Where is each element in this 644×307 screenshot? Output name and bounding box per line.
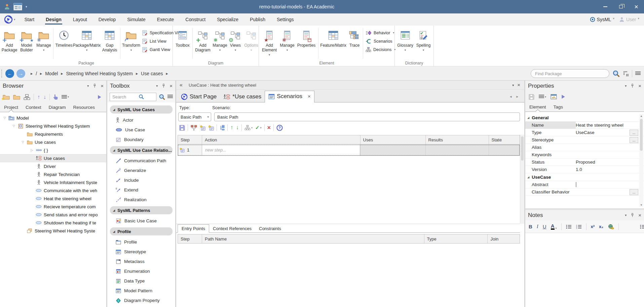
breadcrumb-arrow-icon[interactable]: ▶ bbox=[31, 72, 33, 75]
property-row-type[interactable]: TypeUseCase... bbox=[525, 129, 644, 136]
column-type[interactable]: Type bbox=[424, 234, 488, 243]
properties-tab-tags[interactable]: Tags bbox=[554, 102, 563, 112]
scenario-name-input[interactable] bbox=[214, 113, 520, 121]
tree-item-boundary[interactable]: Steering Wheel Heating Syste bbox=[0, 227, 106, 235]
model-views-icon[interactable] bbox=[623, 71, 629, 77]
back-button[interactable]: ← bbox=[5, 69, 14, 78]
toolbox-item-basic-use-case[interactable]: Basic Use Case bbox=[107, 216, 175, 226]
column-step[interactable]: Step bbox=[178, 135, 202, 144]
split-step-icon[interactable] bbox=[191, 125, 197, 131]
superscript-button[interactable]: x² bbox=[591, 224, 595, 229]
property-group-general[interactable]: ◢General bbox=[525, 114, 644, 122]
scrollbar[interactable] bbox=[520, 135, 524, 224]
toolbox-menu-icon[interactable] bbox=[167, 95, 173, 99]
hyperlink-globe-button[interactable] bbox=[608, 224, 614, 229]
tree-item-receive-temperature[interactable]: Recieve temperature com bbox=[0, 203, 106, 211]
save-icon[interactable] bbox=[179, 125, 185, 131]
decisions-button[interactable]: Decisions▾ bbox=[364, 45, 397, 54]
bold-button[interactable] bbox=[529, 224, 532, 229]
step-action-cell[interactable]: new step... bbox=[202, 144, 360, 156]
ribbon-tab-start[interactable]: Start bbox=[25, 13, 35, 26]
add-package-button[interactable]: Add Package bbox=[1, 27, 18, 53]
step-state-cell[interactable] bbox=[489, 144, 520, 156]
browser-tab-project[interactable]: Project bbox=[4, 103, 18, 112]
tree-item-repair-technician[interactable]: Repair Technician bbox=[0, 170, 106, 178]
italic-button[interactable] bbox=[537, 224, 538, 229]
timelines-button[interactable]: Timelines bbox=[54, 27, 73, 48]
pin-icon[interactable] bbox=[93, 84, 97, 88]
close-panel-icon[interactable] bbox=[169, 83, 173, 88]
diagram-manage-button[interactable]: Manage ▾ bbox=[212, 27, 228, 52]
ribbon-tab-execute[interactable]: Execute bbox=[157, 13, 174, 26]
property-row-stereotype[interactable]: Stereotype... bbox=[525, 136, 644, 144]
advanced-search-icon[interactable] bbox=[159, 94, 165, 100]
validate-icon[interactable]: ✓▾ bbox=[255, 125, 262, 131]
ribbon-tab-design[interactable]: Design bbox=[46, 13, 62, 26]
document-list-chevron-icon[interactable]: ▾ bbox=[509, 83, 517, 87]
new-package-icon[interactable] bbox=[3, 94, 10, 100]
pin-icon[interactable] bbox=[162, 84, 165, 88]
tab-context-references[interactable]: Context References bbox=[209, 225, 255, 232]
tree-item-use-cases-package[interactable]: ▽Use cases bbox=[0, 138, 106, 146]
column-path-name[interactable]: Path Name bbox=[202, 234, 424, 243]
locate-hand-icon[interactable] bbox=[53, 94, 58, 100]
ellipsis-button[interactable]: ... bbox=[630, 130, 638, 136]
ribbon-tab-specialize[interactable]: Specialize bbox=[217, 13, 238, 26]
toolbox-item-extend[interactable]: Extend bbox=[107, 185, 175, 195]
ribbon-tab-simulate[interactable]: Simulate bbox=[127, 13, 145, 26]
panel-menu-chevron-icon[interactable]: ▾ bbox=[156, 84, 158, 88]
column-join[interactable]: Join bbox=[487, 234, 520, 243]
browser-tab-resources[interactable]: Resources bbox=[73, 103, 95, 112]
column-results[interactable]: Results bbox=[425, 135, 489, 144]
property-row-status[interactable]: StatusProposed bbox=[525, 159, 644, 166]
step-number-cell[interactable]: 1 bbox=[178, 144, 202, 156]
tree-item-requirements[interactable]: Requirements bbox=[0, 130, 106, 138]
new-diagram-icon[interactable] bbox=[24, 94, 30, 100]
toolbox-item-communication-path[interactable]: Communication Path bbox=[107, 156, 175, 166]
breadcrumb-root[interactable]: / bbox=[36, 71, 37, 76]
toolbox-button[interactable]: Toolbox bbox=[174, 27, 191, 48]
breadcrumb-use-cases[interactable]: Use cases bbox=[141, 71, 163, 76]
expander-icon[interactable]: ▽ bbox=[11, 124, 16, 128]
property-row-abstract[interactable]: Abstract bbox=[525, 181, 644, 188]
font-color-button[interactable]: ▾ bbox=[551, 223, 557, 230]
step-results-cell[interactable] bbox=[425, 144, 489, 156]
toolbox-item-use-case[interactable]: Use Case bbox=[107, 125, 175, 135]
tree-item-model[interactable]: ▽Model bbox=[0, 114, 106, 122]
close-button[interactable] bbox=[629, 0, 644, 13]
toolbox-item-data-type[interactable]: Data Type bbox=[107, 276, 175, 286]
alignment-button[interactable] bbox=[640, 224, 644, 229]
subscript-button[interactable]: x₂ bbox=[599, 224, 603, 229]
toolbox-item-realization[interactable]: Realization bbox=[107, 195, 175, 205]
tree-item-send-status[interactable]: Send status and error repo bbox=[0, 211, 106, 219]
tree-item-steering-wheel-heating-system[interactable]: ▽Steering Wheel Heating System bbox=[0, 122, 106, 130]
quick-access-chevron-icon[interactable]: ▾ bbox=[26, 5, 27, 8]
open-properties-dialog-icon[interactable] bbox=[551, 94, 557, 100]
views-button[interactable]: Views ▾ bbox=[228, 27, 243, 52]
panel-menu-chevron-icon[interactable]: ▾ bbox=[87, 84, 89, 88]
toolbox-item-actor[interactable]: Actor bbox=[107, 115, 175, 125]
property-row-version[interactable]: Version1.0 bbox=[525, 166, 644, 173]
breadcrumb-steering-wheel-heating-system[interactable]: Steering Wheel Heating System bbox=[66, 71, 133, 76]
ribbon-tab-develop[interactable]: Develop bbox=[99, 13, 116, 26]
move-step-down-icon[interactable]: ↓ bbox=[236, 124, 239, 131]
breadcrumb-arrow-icon[interactable]: ▶ bbox=[136, 72, 138, 75]
transform-button[interactable]: Transform ▾ bbox=[121, 27, 141, 52]
add-element-button[interactable]: Add Element ▾ bbox=[260, 27, 279, 56]
tab-scroll-left-icon[interactable]: ◂ bbox=[510, 94, 512, 99]
ribbon-tab-settings[interactable]: Settings bbox=[277, 13, 294, 26]
ribbon-tab-layout[interactable]: Layout bbox=[73, 13, 87, 26]
outline-view-icon[interactable] bbox=[220, 125, 225, 131]
property-row-keywords[interactable]: Keywords bbox=[525, 151, 644, 159]
delete-icon[interactable]: × bbox=[267, 124, 271, 131]
tab-scroll-right-icon[interactable]: ▸ bbox=[516, 94, 518, 99]
add-diagram-button[interactable]: Add Diagram bbox=[194, 27, 212, 53]
column-step[interactable]: Step bbox=[178, 234, 202, 243]
move-step-up-icon[interactable]: ↑ bbox=[230, 124, 233, 131]
user-account-icon[interactable] bbox=[4, 4, 10, 10]
notes-editor-area[interactable] bbox=[525, 233, 644, 307]
tree-item-vehicle-infotainment-system[interactable]: Vehicle Infotainment Syste bbox=[0, 178, 106, 186]
scenario-step-row[interactable]: 1 new step... bbox=[178, 144, 520, 156]
tab-constraints[interactable]: Constraints bbox=[255, 225, 285, 232]
tab-entry-points[interactable]: Entry Points bbox=[178, 224, 209, 233]
